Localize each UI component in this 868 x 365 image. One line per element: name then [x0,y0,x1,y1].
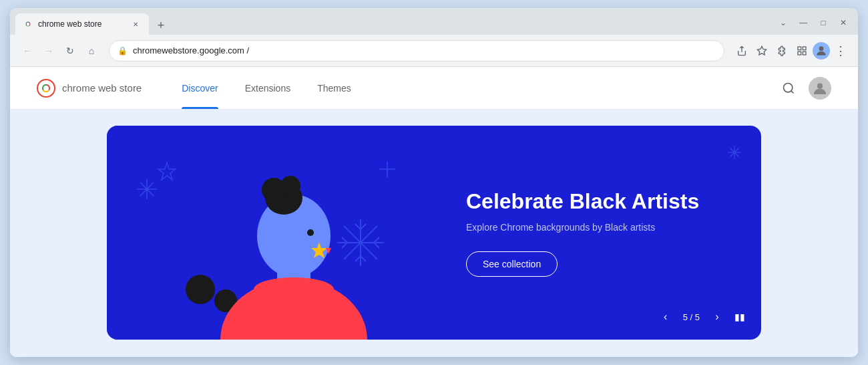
maximize-button[interactable]: □ [814,13,833,32]
window-controls: ⌄ — □ ✕ [774,13,853,35]
hero-title: Celebrate Black Artists [466,189,729,214]
reload-button[interactable]: ↻ [61,41,79,60]
illustration-side [107,126,434,340]
hero-content-side: Celebrate Black Artists Explore Chrome b… [434,126,761,340]
chrome-logo-icon [37,79,55,98]
nav-extensions[interactable]: Extensions [232,67,304,109]
site-logo: chrome web store [37,79,142,98]
minimize-button[interactable]: — [794,13,813,32]
hero-subtitle: Explore Chrome backgrounds by Black arti… [466,222,729,233]
svg-rect-48 [260,286,327,313]
site-search-button[interactable] [777,76,801,100]
active-tab[interactable]: chrome web store ✕ [15,13,149,35]
svg-point-7 [819,46,824,51]
bookmark-button[interactable] [752,41,771,60]
more-options-button[interactable]: ⋮ [831,41,850,60]
tab-close-button[interactable]: ✕ [130,19,141,29]
svg-point-1 [27,23,29,25]
tab-grid-button[interactable] [793,41,811,60]
svg-rect-5 [803,51,806,55]
svg-rect-3 [798,47,801,50]
hero-banner: Celebrate Black Artists Explore Chrome b… [107,126,761,340]
main-content: Celebrate Black Artists Explore Chrome b… [10,110,858,357]
nav-themes[interactable]: Themes [304,67,365,109]
browser-window: chrome web store ✕ + ⌄ — □ ✕ ← → ↻ ⌂ 🔒 c… [10,8,858,357]
tab-search-button[interactable]: ⌄ [774,13,793,32]
address-bar: ← → ↻ ⌂ 🔒 chromewebstore.google.com / [10,35,858,67]
tab-title: chrome web store [38,19,125,29]
close-button[interactable]: ✕ [834,13,853,32]
svg-marker-2 [757,46,766,55]
svg-point-44 [307,229,314,236]
site-nav: Discover Extensions Themes [168,67,365,109]
site-header-actions [777,76,831,100]
page-content: chrome web store Discover Extensions The… [10,67,858,357]
tab-favicon [23,19,33,29]
browser-profile-avatar[interactable] [813,42,830,59]
hero-illustration [107,126,434,340]
see-collection-button[interactable]: See collection [466,251,558,277]
site-name-label: chrome web store [62,82,142,94]
home-button[interactable]: ⌂ [82,41,101,60]
svg-rect-4 [803,47,806,50]
svg-point-43 [280,176,300,196]
site-user-avatar[interactable] [809,77,831,100]
svg-point-14 [817,83,823,88]
extensions-button[interactable] [773,41,791,60]
svg-line-12 [791,90,794,93]
new-tab-button[interactable]: + [152,16,170,35]
toolbar-actions: ⋮ [732,41,850,60]
lock-icon: 🔒 [118,46,128,55]
svg-point-35 [186,275,215,304]
tab-bar: chrome web store ✕ + ⌄ — □ ✕ [10,8,858,35]
svg-rect-6 [798,51,801,55]
deco-cross-icon [728,146,741,159]
forward-button[interactable]: → [39,41,58,60]
svg-point-10 [43,86,49,91]
svg-point-11 [784,83,793,92]
back-button[interactable]: ← [18,41,37,60]
url-text: chromewebstore.google.com / [133,45,716,55]
share-button[interactable] [732,41,751,60]
nav-discover[interactable]: Discover [168,67,231,109]
url-bar[interactable]: 🔒 chromewebstore.google.com / [109,40,724,62]
site-header: chrome web store Discover Extensions The… [10,67,858,110]
